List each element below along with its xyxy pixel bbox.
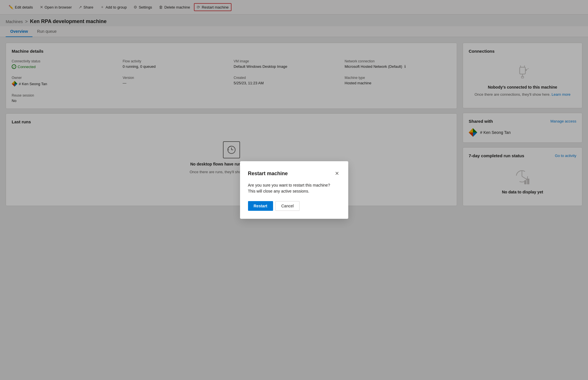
modal-restart-button[interactable]: Restart: [248, 201, 273, 211]
modal-header: Restart machine ✕: [248, 169, 340, 178]
modal-close-button[interactable]: ✕: [334, 169, 340, 178]
modal-body: Are you sure you want to restart this ma…: [248, 182, 340, 194]
restart-machine-modal: Restart machine ✕ Are you sure you want …: [240, 161, 348, 219]
modal-cancel-button[interactable]: Cancel: [275, 201, 300, 211]
modal-overlay: Restart machine ✕ Are you sure you want …: [0, 0, 588, 380]
modal-footer: Restart Cancel: [248, 201, 340, 211]
modal-title: Restart machine: [248, 171, 288, 177]
